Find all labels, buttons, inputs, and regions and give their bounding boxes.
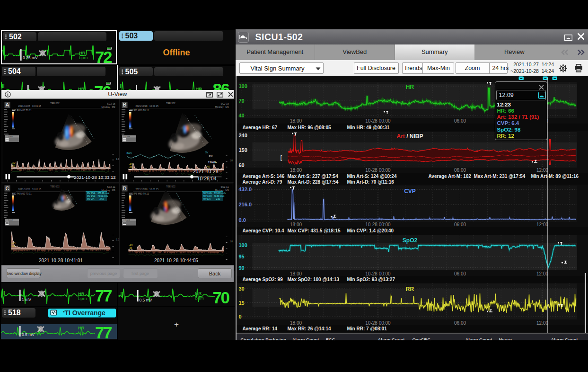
svg-text:MV 1/Vd 70.69 cm/s: MV 1/Vd 70.69 cm/s: [203, 195, 225, 197]
svg-text:-60: -60: [129, 247, 132, 249]
svg-text:AO: AO: [207, 165, 210, 168]
svg-text:-AO: -AO: [129, 244, 133, 247]
svg-text:2021/10/28 10:01:15: 2021/10/28 10:01:15: [18, 104, 42, 107]
svg-text:12:00: 12:00: [536, 222, 548, 227]
svg-text:0.0: 0.0: [238, 217, 246, 223]
svg-text:10-28 00:00: 10-28 00:00: [365, 320, 391, 326]
svg-text:MV E/A 2.63: MV E/A 2.63: [87, 197, 104, 200]
svg-text:100: 100: [238, 83, 247, 89]
svg-text:06:00: 06:00: [454, 168, 465, 173]
svg-text:ECG: ECG: [325, 337, 335, 340]
svg-text:Max Art-M: 231 @17:54: Max Art-M: 231 @17:54: [474, 174, 525, 179]
svg-text:Average Art-M: 102: Average Art-M: 102: [428, 174, 471, 179]
svg-text:PW: PW: [209, 154, 213, 157]
svg-text:90: 90: [238, 265, 244, 271]
svg-text:2021/10/28 10:01:15: 2021/10/28 10:01:15: [18, 188, 42, 191]
svg-text:Land: Land: [9, 135, 13, 137]
svg-text:-AO: -AO: [12, 161, 16, 164]
svg-text:06:00: 06:00: [454, 320, 465, 326]
svg-text:Land: Land: [9, 219, 13, 221]
svg-text:Average RR: 14: Average RR: 14: [242, 326, 277, 331]
svg-text:RR: RR: [405, 286, 414, 292]
svg-text:Alarm Count: Alarm Count: [377, 337, 405, 340]
svg-text:1.0: 1.0: [230, 240, 233, 243]
svg-text:MV 1/Vd 70.69 cm/s: MV 1/Vd 70.69 cm/s: [87, 195, 108, 197]
svg-text:SC2-1a: SC2-1a: [107, 186, 115, 188]
svg-text:-60: -60: [12, 164, 15, 167]
svg-text:12:00: 12:00: [536, 320, 548, 326]
svg-text:2021/10/28 10:01:15: 2021/10/28 10:01:15: [136, 104, 159, 107]
svg-text:MV E/A 2.63: MV E/A 2.63: [203, 197, 220, 200]
svg-text:60: 60: [238, 162, 244, 168]
svg-text:1.0: 1.0: [230, 159, 233, 161]
svg-text:2021-10-28 10:44:05: 2021-10-28 10:44:05: [154, 257, 198, 263]
svg-text:TEE-502: TEE-502: [50, 101, 60, 104]
svg-text:Min Art-D: 70 @11:16: Min Art-D: 70 @11:16: [347, 179, 394, 185]
svg-text:100: 100: [238, 242, 247, 248]
svg-text:Min CVP: 1.4 @20:40: Min CVP: 1.4 @20:40: [347, 228, 394, 233]
svg-text:240: 240: [238, 133, 247, 138]
svg-text:10-28 00:00: 10-28 00:00: [365, 168, 391, 173]
svg-text:06:00: 06:00: [454, 118, 465, 124]
svg-text:Min HR: 49 @00:31: Min HR: 49 @00:31: [347, 125, 389, 130]
svg-text:Min SpO2: 93 @13:27: Min SpO2: 93 @13:27: [347, 277, 395, 282]
svg-text:129/0h: 129/0h: [208, 160, 217, 163]
svg-text:40: 40: [238, 113, 244, 118]
svg-text:-AO: -AO: [12, 242, 16, 245]
svg-text:06:00: 06:00: [454, 222, 465, 227]
svg-text:Alarm Count: Alarm Count: [551, 337, 578, 340]
svg-text:18:00: 18:00: [290, 271, 301, 276]
svg-text:OxyCRG: OxyCRG: [412, 337, 430, 340]
svg-text:Max CVP: 431.5 @18:15: Max CVP: 431.5 @18:15: [287, 228, 340, 233]
svg-text:SC2-1a: SC2-1a: [107, 102, 115, 105]
svg-text:Land: Land: [126, 135, 130, 137]
svg-text:18:00: 18:00: [290, 320, 301, 326]
svg-text:150: 150: [238, 147, 247, 153]
svg-text:Max HR: 96 @08:05: Max HR: 96 @08:05: [287, 125, 331, 130]
svg-text:2021-10-28 10:33:12: 2021-10-28 10:33:12: [74, 175, 115, 180]
svg-text:2021-10-28 10:41:01: 2021-10-28 10:41:01: [39, 257, 83, 263]
svg-text:[: [: [280, 154, 282, 161]
svg-text:SV: SV: [205, 151, 209, 153]
svg-text:TEE-502: TEE-502: [50, 185, 60, 188]
svg-text:SC2-1a: SC2-1a: [221, 186, 229, 188]
svg-text:TEE-502: TEE-502: [166, 185, 176, 188]
svg-text:2021-10-28: 2021-10-28: [193, 168, 219, 174]
svg-text:18:00: 18:00: [290, 118, 301, 124]
svg-text:Max RR: 26 @14:14: Max RR: 26 @14:14: [287, 326, 331, 331]
svg-text:30: 30: [238, 286, 244, 292]
svg-text:Max Art-D: 228 @17:54: Max Art-D: 228 @17:54: [287, 179, 338, 185]
svg-text:Mindray M9: Mindray M9: [215, 105, 229, 108]
svg-text:12:00: 12:00: [536, 271, 548, 276]
svg-text:18:00: 18:00: [290, 222, 301, 227]
svg-text:10:28:04: 10:28:04: [197, 176, 217, 181]
svg-text:06:00: 06:00: [454, 271, 465, 276]
svg-text:Min RR: 7 @08:01: Min RR: 7 @08:01: [347, 326, 387, 331]
svg-text:-AO: -AO: [129, 163, 133, 165]
svg-text:2021/10/28 10:01:15: 2021/10/28 10:01:15: [136, 188, 159, 191]
svg-text:Min Art-S: 124 @10:24: Min Art-S: 124 @10:24: [347, 174, 396, 179]
svg-text:CVP: CVP: [404, 188, 416, 195]
svg-text:15: 15: [238, 300, 244, 306]
svg-text:Average CVP: 10.4: Average CVP: 10.4: [242, 228, 284, 233]
svg-text:MV 1/VA 676.28 cm/s: MV 1/VA 676.28 cm/s: [203, 192, 226, 194]
svg-text:Mindray M9: Mindray M9: [102, 105, 115, 108]
svg-text:D: D: [123, 185, 127, 191]
svg-text:-60: -60: [12, 245, 15, 248]
svg-text:C: C: [6, 185, 9, 191]
svg-text:A: A: [6, 102, 9, 107]
svg-text:PWV: PWV: [127, 151, 132, 154]
svg-text:12:00: 12:00: [536, 168, 548, 173]
svg-text:Neuro: Neuro: [499, 337, 512, 340]
svg-text:Min Art-M: 89 @11:16: Min Art-M: 89 @11:16: [531, 174, 579, 179]
svg-text:SC2-1a: SC2-1a: [221, 102, 229, 105]
svg-text:10-28 00:00: 10-28 00:00: [365, 118, 391, 124]
svg-text:Average Art-S: 146: Average Art-S: 146: [242, 174, 284, 179]
svg-text:Average HR: 67: Average HR: 67: [242, 125, 277, 130]
svg-text:Average Art-D: 79: Average Art-D: 79: [242, 179, 282, 185]
svg-text:HR: HR: [405, 84, 414, 90]
svg-text:-60: -60: [129, 166, 132, 168]
svg-text:Circulatory Perfusion: Circulatory Perfusion: [240, 337, 286, 340]
svg-text:SpO2: SpO2: [402, 237, 417, 244]
svg-text:MV 1/VA 676.28 cm/s: MV 1/VA 676.28 cm/s: [87, 192, 110, 194]
